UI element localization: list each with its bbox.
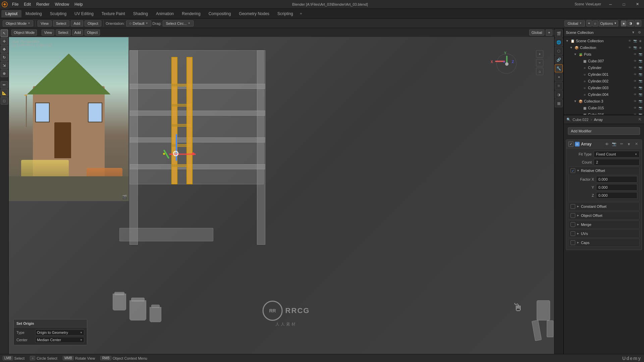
zoom-fit-btn[interactable]: ⌂ bbox=[536, 68, 543, 75]
outliner-cylinder[interactable]: ○ Cylinder 👁 📷 bbox=[564, 64, 644, 71]
maximize-btn[interactable]: □ bbox=[617, 0, 631, 9]
tool-scale[interactable]: ⇲ bbox=[1, 62, 8, 69]
cam4-icon[interactable]: 📷 bbox=[638, 59, 643, 63]
outliner-cube007[interactable]: ▦ Cube.007 👁 📷 bbox=[564, 58, 644, 64]
vp-add-menu[interactable]: Add bbox=[72, 29, 84, 36]
blender-logo[interactable] bbox=[0, 0, 9, 9]
outliner-cube015[interactable]: ▦ Cube.015 👁 📷 bbox=[564, 105, 644, 111]
tool-cursor[interactable]: ✛ bbox=[1, 38, 8, 45]
prop-particles-icon[interactable]: ✦ bbox=[555, 73, 563, 81]
prop-physics-icon[interactable]: ⚛ bbox=[555, 82, 563, 90]
prop-modifier-icon[interactable]: 🔧 bbox=[555, 64, 563, 72]
eye-icon[interactable]: 👁 bbox=[627, 39, 632, 43]
prop-world-icon[interactable]: 🌐 bbox=[555, 38, 563, 46]
prop-material-icon[interactable]: ◑ bbox=[555, 90, 563, 99]
prop-scene-icon[interactable]: 🎬 bbox=[555, 29, 563, 38]
tab-sculpting[interactable]: Sculpting bbox=[46, 10, 70, 17]
relative-offset-check[interactable]: ✓ bbox=[571, 168, 575, 173]
prop-object-icon[interactable]: ⬡ bbox=[555, 47, 563, 55]
display-material[interactable]: ◑ bbox=[627, 20, 634, 26]
modifier-realtime-btn[interactable]: 👁 bbox=[603, 141, 610, 147]
expand-pots[interactable]: ▼ bbox=[573, 52, 577, 56]
display-render[interactable]: ◉ bbox=[635, 20, 641, 26]
caps-header[interactable]: ▼ Caps bbox=[569, 239, 639, 246]
eye7-icon[interactable]: 👁 bbox=[633, 79, 637, 83]
outliner-collection[interactable]: ▼ 📦 Collection 👁 📷 ◉ bbox=[564, 44, 644, 51]
merge-header[interactable]: ▼ Merge bbox=[569, 221, 639, 228]
eye5-icon[interactable]: 👁 bbox=[633, 65, 637, 70]
tab-uv-editing[interactable]: UV Editing bbox=[70, 10, 98, 17]
zoom-in-btn[interactable]: + bbox=[536, 50, 543, 58]
vp-snap[interactable]: ⌖ bbox=[546, 29, 552, 36]
exp-col3[interactable]: ▼ bbox=[573, 99, 577, 103]
modifier-apply-btn[interactable]: ▼ bbox=[626, 141, 632, 147]
transform-gizmo[interactable] bbox=[169, 134, 203, 168]
eye9-icon[interactable]: 👁 bbox=[633, 92, 637, 97]
tab-texture-paint[interactable]: Texture Paint bbox=[98, 10, 129, 17]
eye2-icon[interactable]: 👁 bbox=[627, 45, 632, 50]
outliner-cylinder003[interactable]: ○ Cylinder.003 👁 📷 bbox=[564, 84, 644, 91]
expand-scene[interactable]: ▼ bbox=[565, 39, 569, 43]
tab-shading[interactable]: Shading bbox=[129, 10, 152, 17]
add-menu[interactable]: Add bbox=[71, 20, 84, 26]
eye6-icon[interactable]: 👁 bbox=[633, 72, 637, 77]
tab-compositing[interactable]: Compositing bbox=[205, 10, 235, 17]
outliner-collection3[interactable]: ▼ 📦 Collection 3 👁 📷 bbox=[564, 98, 644, 105]
menu-window[interactable]: Window bbox=[52, 1, 72, 7]
object-menu[interactable]: Object bbox=[85, 20, 101, 26]
ren2-icon[interactable]: ◉ bbox=[638, 45, 643, 50]
prop-constraints-icon[interactable]: 🔗 bbox=[555, 56, 563, 64]
tab-geometry-nodes[interactable]: Geometry Nodes bbox=[235, 10, 273, 17]
select-menu[interactable]: Select bbox=[53, 20, 69, 26]
outliner-cylinder002[interactable]: ○ Cylinder.002 👁 📷 bbox=[564, 78, 644, 84]
outliner-cube016[interactable]: ▦ Cube.016 👁 📷 bbox=[564, 111, 644, 115]
outliner-cylinder004[interactable]: ○ Cylinder.004 👁 📷 bbox=[564, 91, 644, 98]
expand-prop-icon[interactable]: ⇱ bbox=[639, 118, 641, 121]
close-btn[interactable]: ✕ bbox=[631, 0, 644, 9]
modifier-close-btn[interactable]: ✕ bbox=[633, 141, 640, 147]
viewport-3d[interactable]: Object Mode View Select Add Object Globa… bbox=[9, 28, 564, 354]
cam8-icon[interactable]: 📷 bbox=[638, 85, 643, 90]
prop-data-icon[interactable]: ▦ bbox=[555, 99, 563, 107]
eye3-icon[interactable]: 👁 bbox=[633, 52, 637, 57]
menu-file[interactable]: File bbox=[9, 1, 21, 7]
modifier-editmode-btn[interactable]: ✏ bbox=[618, 141, 625, 147]
vp-view-menu[interactable]: View bbox=[42, 29, 54, 36]
type-dropdown[interactable]: Origin to Geometry bbox=[35, 329, 84, 336]
outliner-pots[interactable]: ▼ 🪴 Pots 👁 📷 bbox=[564, 51, 644, 58]
object-offset-header[interactable]: ▼ Object Offset bbox=[569, 212, 639, 219]
expand-collection[interactable]: ▼ bbox=[569, 46, 573, 50]
menu-help[interactable]: Help bbox=[72, 1, 86, 7]
eye11-icon[interactable]: 👁 bbox=[633, 106, 637, 110]
cam5-icon[interactable]: 📷 bbox=[638, 65, 643, 70]
tab-modeling[interactable]: Modeling bbox=[21, 10, 46, 17]
prop-search-icon[interactable]: 🔍 bbox=[567, 118, 571, 121]
proportional-btn[interactable]: ○ bbox=[592, 20, 598, 26]
cam3-icon[interactable]: 📷 bbox=[638, 52, 643, 57]
cam11-icon[interactable]: 📷 bbox=[638, 106, 643, 110]
menu-render[interactable]: Render bbox=[34, 1, 52, 7]
merge-check[interactable] bbox=[571, 222, 575, 227]
orientation-dropdown[interactable]: ⊙ Default ▼ bbox=[126, 20, 151, 26]
center-dropdown[interactable]: Median Center bbox=[35, 337, 84, 343]
tab-animation[interactable]: Animation bbox=[152, 10, 178, 17]
cam12-icon[interactable]: 📷 bbox=[638, 112, 643, 115]
cam10-icon[interactable]: 📷 bbox=[638, 99, 643, 104]
vp-mode[interactable]: Object Mode bbox=[11, 29, 37, 36]
caps-check[interactable] bbox=[571, 240, 575, 245]
options-btn[interactable]: Options ▼ bbox=[599, 20, 619, 26]
render-icon[interactable]: ◉ bbox=[638, 39, 643, 43]
vp-object-menu[interactable]: Object bbox=[85, 29, 100, 36]
drag-dropdown[interactable]: Select Circ... ▼ bbox=[163, 20, 193, 26]
eye4-icon[interactable]: 👁 bbox=[633, 59, 637, 63]
tool-transform[interactable]: ⊕ bbox=[1, 70, 8, 77]
vp-global[interactable]: Global bbox=[529, 29, 545, 36]
zoom-out-btn[interactable]: − bbox=[536, 59, 543, 66]
tool-measure[interactable]: 📐 bbox=[1, 89, 8, 97]
outliner-cylinder001[interactable]: ○ Cylinder.001 👁 📷 bbox=[564, 71, 644, 78]
view-menu[interactable]: View bbox=[38, 20, 52, 26]
factor-y-input[interactable]: 0.000 bbox=[596, 184, 637, 191]
global-dropdown[interactable]: Global ▼ bbox=[565, 20, 585, 26]
add-modifier-btn[interactable]: Add Modifier bbox=[568, 127, 640, 135]
factor-x-input[interactable]: 0.000 bbox=[596, 176, 637, 183]
